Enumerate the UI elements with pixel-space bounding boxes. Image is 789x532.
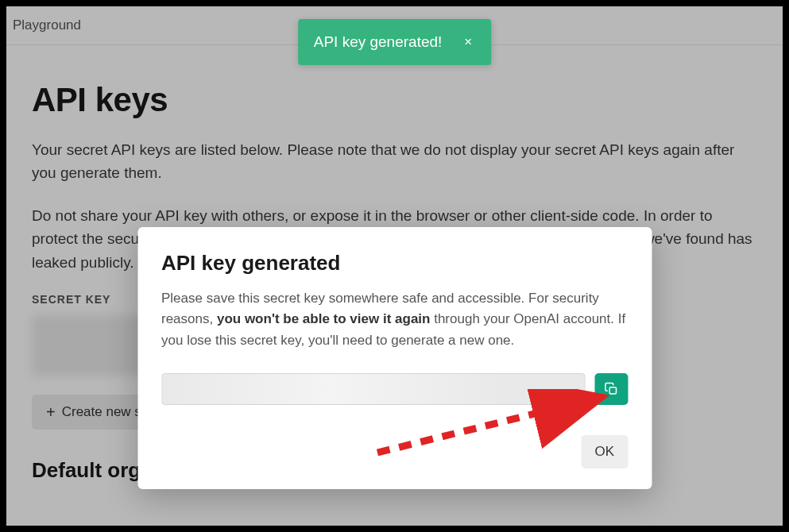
ok-button[interactable]: OK	[581, 435, 628, 468]
modal-title: API key generated	[161, 251, 628, 276]
copy-icon	[604, 382, 618, 396]
toast-notification: API key generated! ×	[298, 19, 492, 65]
modal-description: Please save this secret key somewhere sa…	[161, 288, 628, 351]
toast-message: API key generated!	[314, 33, 443, 51]
copy-key-button[interactable]	[594, 373, 628, 405]
close-icon[interactable]: ×	[461, 34, 475, 50]
modal-desc-strong: you won't be able to view it again	[217, 311, 431, 326]
api-key-modal: API key generated Please save this secre…	[137, 227, 652, 489]
api-key-field[interactable]	[161, 373, 585, 405]
svg-rect-0	[609, 387, 616, 394]
